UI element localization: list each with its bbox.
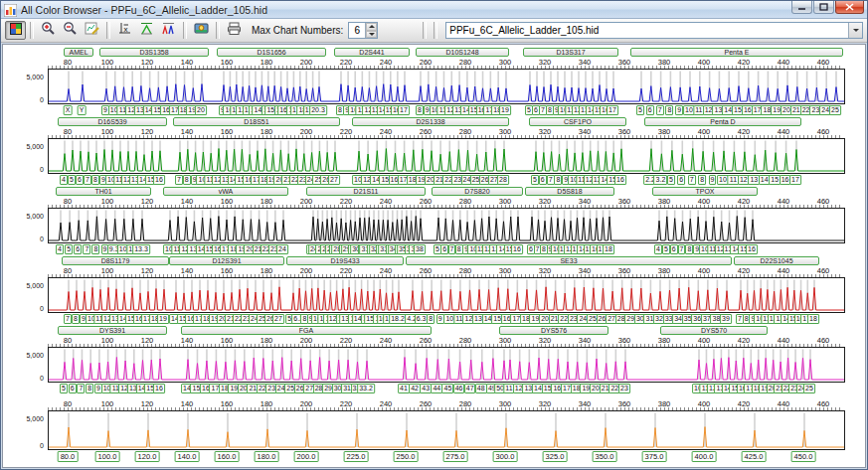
marker-header-DYS570[interactable]: DYS570: [660, 326, 768, 335]
marker-header-D19S433[interactable]: D19S433: [286, 256, 404, 265]
allele-label[interactable]: 7: [175, 175, 183, 185]
marker-header-D2S1338[interactable]: D2S1338: [352, 117, 509, 126]
allele-label[interactable]: 28: [497, 175, 509, 185]
size-label[interactable]: 400.0: [692, 451, 717, 462]
allele-label[interactable]: 4: [654, 244, 662, 254]
marker-header-DYS391[interactable]: DYS391: [58, 326, 167, 335]
size-label[interactable]: 100.0: [95, 451, 120, 462]
allele-label[interactable]: 8: [91, 244, 99, 254]
edit-chart-button[interactable]: [82, 21, 102, 40]
print-button[interactable]: [224, 21, 245, 40]
allele-label[interactable]: 4: [60, 175, 68, 185]
size-label[interactable]: 350.0: [593, 451, 617, 462]
allele-label[interactable]: 8: [665, 105, 673, 115]
size-label[interactable]: 140.0: [175, 451, 200, 462]
trace-plot-4[interactable]: [48, 347, 845, 383]
snapshot-button[interactable]: [191, 21, 212, 40]
close-button[interactable]: [835, 1, 864, 14]
allele-label[interactable]: 16: [153, 175, 165, 185]
marker-header-D18S51[interactable]: D18S51: [173, 117, 340, 126]
allele-label[interactable]: 43: [420, 384, 432, 393]
allele-label[interactable]: 27: [272, 314, 284, 324]
marker-header-D1S1656[interactable]: D1S1656: [217, 48, 326, 57]
allele-label[interactable]: 48: [475, 384, 487, 393]
allele-label[interactable]: 7: [656, 105, 664, 115]
allele-label[interactable]: 5: [65, 244, 73, 254]
allele-label[interactable]: 6: [677, 175, 685, 185]
allele-label[interactable]: 6: [76, 175, 84, 185]
marker-header-D2S441[interactable]: D2S441: [334, 48, 410, 57]
allele-label[interactable]: 3.2: [654, 175, 668, 185]
size-label[interactable]: 325.0: [543, 451, 568, 462]
size-label[interactable]: 200.0: [294, 451, 319, 462]
marker-header-D8S1179[interactable]: D8S1179: [62, 256, 169, 265]
allele-label[interactable]: Y: [78, 105, 87, 115]
zoom-in-button[interactable]: [38, 21, 59, 40]
allele-label[interactable]: 5: [68, 175, 76, 185]
allele-label[interactable]: 6: [69, 384, 77, 393]
allele-label[interactable]: 8: [91, 175, 99, 185]
allele-label[interactable]: 8: [698, 175, 706, 185]
allele-label[interactable]: 6: [539, 175, 547, 185]
allele-label[interactable]: 45: [442, 384, 454, 393]
allele-label[interactable]: 7: [78, 384, 86, 393]
sample-file-combobox[interactable]: PPFu_6C_Allelic_Ladder_105.hid: [445, 22, 863, 39]
marker-header-D13S317[interactable]: D13S317: [523, 48, 618, 57]
marker-header-vWA[interactable]: vWA: [163, 187, 288, 196]
trace-plot-1[interactable]: [48, 138, 845, 174]
marker-header-Penta D[interactable]: Penta D: [644, 117, 801, 126]
allele-label[interactable]: 13.3: [132, 244, 150, 254]
allele-label[interactable]: 18: [807, 314, 819, 324]
allele-label[interactable]: 47: [464, 384, 476, 393]
allele-label[interactable]: 44: [431, 384, 442, 393]
allele-label[interactable]: 18: [603, 244, 614, 254]
allele-label[interactable]: 24: [276, 244, 288, 254]
allele-label[interactable]: 17: [607, 105, 618, 115]
allele-label[interactable]: 5: [636, 105, 644, 115]
allele-label[interactable]: 7: [678, 244, 686, 254]
allele-label[interactable]: 25: [803, 384, 815, 393]
size-label[interactable]: 375.0: [642, 451, 667, 462]
allele-label[interactable]: 8: [86, 384, 93, 393]
allele-label[interactable]: 9: [709, 175, 717, 185]
allele-label[interactable]: 7: [84, 175, 91, 185]
allele-label[interactable]: 23: [618, 384, 630, 393]
allele-label[interactable]: 7: [64, 314, 72, 324]
marker-header-D12S391[interactable]: D12S391: [169, 256, 284, 265]
title-bar[interactable]: All Color Browser - PPFu_6C_Allelic_Ladd…: [1, 1, 867, 19]
allele-label[interactable]: 41: [398, 384, 410, 393]
allele-label[interactable]: 8: [72, 314, 80, 324]
marker-header-D5S818[interactable]: D5S818: [525, 187, 614, 196]
allele-label[interactable]: 4: [56, 244, 64, 254]
allele-label[interactable]: 17: [398, 105, 410, 115]
size-label[interactable]: 180.0: [255, 451, 279, 462]
marker-header-FGA[interactable]: FGA: [181, 326, 432, 335]
size-label[interactable]: 275.0: [443, 451, 468, 462]
allele-label[interactable]: 6: [670, 244, 678, 254]
spinner-up-button[interactable]: [366, 23, 377, 31]
allele-label[interactable]: 5: [662, 244, 670, 254]
allele-label[interactable]: 20: [195, 105, 207, 115]
allele-label[interactable]: 6: [646, 105, 654, 115]
size-label[interactable]: 250.0: [394, 451, 419, 462]
allele-label[interactable]: 5: [531, 175, 539, 185]
allele-label[interactable]: 17: [789, 175, 801, 185]
marker-header-D3S1358[interactable]: D3S1358: [99, 48, 209, 57]
zoom-out-button[interactable]: [60, 21, 81, 40]
marker-header-D10S1248[interactable]: D10S1248: [416, 48, 509, 57]
size-label[interactable]: 80.0: [58, 451, 79, 462]
size-standard-button[interactable]: [136, 21, 157, 40]
allele-label[interactable]: 39: [720, 314, 732, 324]
marker-header-Penta E[interactable]: Penta E: [630, 48, 843, 57]
spinner-down-button[interactable]: [366, 31, 377, 39]
allele-label[interactable]: 16: [153, 384, 165, 393]
marker-header-SE33[interactable]: SE33: [406, 256, 732, 265]
marker-header-TPOX[interactable]: TPOX: [652, 187, 758, 196]
marker-header-D7S820[interactable]: D7S820: [432, 187, 523, 196]
allele-label[interactable]: 5: [667, 175, 675, 185]
allele-label[interactable]: 8: [685, 244, 693, 254]
allele-label[interactable]: 16: [746, 244, 758, 254]
allele-label[interactable]: 42: [409, 384, 421, 393]
marker-header-D16S539[interactable]: D16S539: [58, 117, 167, 126]
size-label[interactable]: 450.0: [791, 451, 816, 462]
